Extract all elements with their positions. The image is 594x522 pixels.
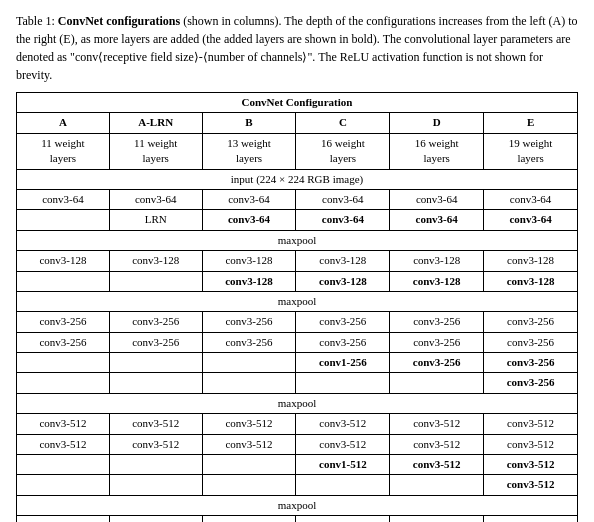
cell bold: conv3-64 bbox=[202, 210, 296, 230]
cell bbox=[296, 475, 390, 495]
table-row: LRN conv3-64 conv3-64 conv3-64 conv3-64 bbox=[17, 210, 578, 230]
maxpool-label: maxpool bbox=[17, 230, 578, 250]
cell bold: conv3-512 bbox=[390, 455, 484, 475]
cell: LRN bbox=[109, 210, 202, 230]
cell: conv3-512 bbox=[296, 434, 390, 454]
cell bbox=[296, 373, 390, 393]
sub-E: 19 weightlayers bbox=[484, 133, 578, 169]
cell bold: conv3-256 bbox=[484, 353, 578, 373]
table-row: conv3-256 conv3-256 conv3-256 conv3-256 … bbox=[17, 332, 578, 352]
sub-A-LRN: 11 weightlayers bbox=[109, 133, 202, 169]
cell bbox=[109, 271, 202, 291]
maxpool-row: maxpool bbox=[17, 495, 578, 515]
sub-B: 13 weightlayers bbox=[202, 133, 296, 169]
table-row: conv3-512 bbox=[17, 475, 578, 495]
table-row: conv3-64 conv3-64 conv3-64 conv3-64 conv… bbox=[17, 189, 578, 209]
caption-prefix: Table 1: bbox=[16, 14, 58, 28]
table-caption: Table 1: ConvNet configurations (shown i… bbox=[16, 12, 578, 84]
maxpool-label: maxpool bbox=[17, 393, 578, 413]
cell: conv3-256 bbox=[484, 312, 578, 332]
cell bbox=[202, 373, 296, 393]
cell: conv3-64 bbox=[296, 189, 390, 209]
cell bbox=[202, 353, 296, 373]
cell: conv3-512 bbox=[109, 434, 202, 454]
sub-D: 16 weightlayers bbox=[390, 133, 484, 169]
cell: conv3-512 bbox=[296, 516, 390, 522]
table-title: ConvNet Configuration bbox=[17, 93, 578, 113]
cell: conv3-128 bbox=[484, 251, 578, 271]
cell: conv3-256 bbox=[109, 312, 202, 332]
cell bold: conv1-256 bbox=[296, 353, 390, 373]
cell bbox=[17, 475, 110, 495]
table-row: conv3-256 conv3-256 conv3-256 conv3-256 … bbox=[17, 312, 578, 332]
maxpool-label: maxpool bbox=[17, 291, 578, 311]
col-header-A-LRN: A-LRN bbox=[109, 113, 202, 133]
cell: conv3-256 bbox=[390, 332, 484, 352]
cell: conv3-256 bbox=[296, 332, 390, 352]
cell: conv3-64 bbox=[484, 189, 578, 209]
cell: conv3-256 bbox=[109, 332, 202, 352]
table-row: conv3-512 conv3-512 conv3-512 conv3-512 … bbox=[17, 414, 578, 434]
cell bold: conv3-256 bbox=[484, 373, 578, 393]
cell: conv3-512 bbox=[17, 434, 110, 454]
cell bbox=[17, 210, 110, 230]
cell: conv3-512 bbox=[109, 414, 202, 434]
cell: conv3-512 bbox=[390, 516, 484, 522]
table-row: conv1-256 conv3-256 conv3-256 bbox=[17, 353, 578, 373]
input-label: input (224 × 224 RGB image) bbox=[17, 169, 578, 189]
table-row: conv1-512 conv3-512 conv3-512 bbox=[17, 455, 578, 475]
cell: conv3-128 bbox=[202, 251, 296, 271]
cell bold: conv3-512 bbox=[484, 455, 578, 475]
cell bbox=[17, 353, 110, 373]
maxpool-row: maxpool bbox=[17, 291, 578, 311]
cell: conv3-512 bbox=[17, 414, 110, 434]
cell bbox=[202, 475, 296, 495]
cell bold: conv3-128 bbox=[390, 271, 484, 291]
col-header-B: B bbox=[202, 113, 296, 133]
cell bbox=[109, 475, 202, 495]
convnet-table: ConvNet Configuration A A-LRN B C D E 11… bbox=[16, 92, 578, 522]
cell bold: conv3-64 bbox=[390, 210, 484, 230]
top-header-row: ConvNet Configuration bbox=[17, 93, 578, 113]
cell: conv3-512 bbox=[484, 516, 578, 522]
cell bbox=[202, 455, 296, 475]
input-row: input (224 × 224 RGB image) bbox=[17, 169, 578, 189]
cell: conv3-512 bbox=[202, 434, 296, 454]
cell: conv3-128 bbox=[390, 251, 484, 271]
cell: conv3-64 bbox=[17, 189, 110, 209]
maxpool-row: maxpool bbox=[17, 393, 578, 413]
column-header-row: A A-LRN B C D E bbox=[17, 113, 578, 133]
cell: conv3-128 bbox=[296, 251, 390, 271]
sub-C: 16 weightlayers bbox=[296, 133, 390, 169]
cell: conv3-256 bbox=[17, 312, 110, 332]
cell: conv3-256 bbox=[17, 332, 110, 352]
sub-A: 11 weightlayers bbox=[17, 133, 110, 169]
table-row: conv3-256 bbox=[17, 373, 578, 393]
cell bbox=[109, 353, 202, 373]
cell: conv3-512 bbox=[202, 414, 296, 434]
cell: conv3-128 bbox=[17, 251, 110, 271]
cell: conv3-512 bbox=[109, 516, 202, 522]
cell bold: conv1-512 bbox=[296, 455, 390, 475]
caption-label: ConvNet configurations bbox=[58, 14, 180, 28]
cell bold: conv3-128 bbox=[296, 271, 390, 291]
cell: conv3-256 bbox=[202, 332, 296, 352]
cell bold: conv3-64 bbox=[484, 210, 578, 230]
cell: conv3-512 bbox=[202, 516, 296, 522]
cell: conv3-512 bbox=[390, 434, 484, 454]
cell: conv3-512 bbox=[484, 434, 578, 454]
col-header-E: E bbox=[484, 113, 578, 133]
cell bbox=[17, 271, 110, 291]
cell: conv3-512 bbox=[17, 516, 110, 522]
cell: conv3-64 bbox=[390, 189, 484, 209]
table-row: conv3-128 conv3-128 conv3-128 conv3-128 bbox=[17, 271, 578, 291]
cell bbox=[17, 373, 110, 393]
cell bold: conv3-128 bbox=[202, 271, 296, 291]
table-row: conv3-512 conv3-512 conv3-512 conv3-512 … bbox=[17, 516, 578, 522]
subheader-row: 11 weightlayers 11 weightlayers 13 weigh… bbox=[17, 133, 578, 169]
cell bold: conv3-128 bbox=[484, 271, 578, 291]
cell bbox=[390, 373, 484, 393]
cell bbox=[390, 475, 484, 495]
cell: conv3-256 bbox=[296, 312, 390, 332]
cell: conv3-64 bbox=[202, 189, 296, 209]
